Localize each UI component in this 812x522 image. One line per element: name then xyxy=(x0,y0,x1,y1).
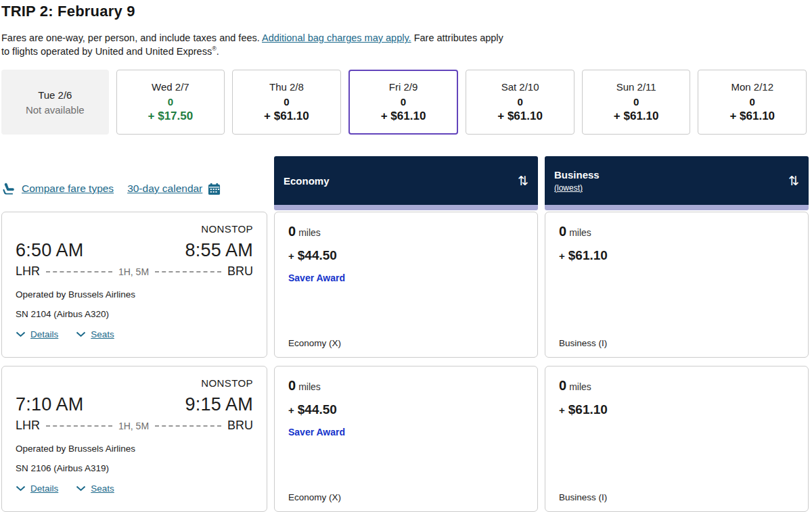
flight-info-card: NONSTOP 7:10 AM 9:15 AM LHR 1H, 5M BRU O… xyxy=(1,366,267,512)
date-tab-mon[interactable]: Mon 2/12 0 + $61.10 xyxy=(698,70,807,135)
fare-disclaimer-period: . xyxy=(217,46,219,57)
date-tab-miles: 0 xyxy=(284,96,289,108)
route-dash xyxy=(155,425,221,427)
flight-number: SN 2104 (Airbus A320) xyxy=(16,309,253,319)
origin-airport: LHR xyxy=(16,264,40,279)
business-sort-button[interactable]: ⇅ xyxy=(788,174,799,187)
operated-by: Operated by Brussels Airlines xyxy=(16,444,253,454)
date-tab-label: Tue 2/6 xyxy=(38,89,72,101)
date-tab-sat[interactable]: Sat 2/10 0 + $61.10 xyxy=(466,70,574,135)
chevron-down-icon xyxy=(16,485,26,492)
thirty-day-calendar-label: 30-day calendar xyxy=(127,183,202,195)
details-link[interactable]: Details xyxy=(16,483,58,494)
price-line: +$61.10 xyxy=(559,248,794,263)
business-column-title: Business xyxy=(554,169,600,181)
business-fare-cell[interactable]: 0miles +$61.10 Business (I) xyxy=(545,366,809,512)
economy-fare-cell[interactable]: 0miles +$44.50 Saver Award Economy (X) xyxy=(274,212,538,358)
miles-word: miles xyxy=(569,227,591,238)
stops-label: NONSTOP xyxy=(16,377,253,389)
price-value: $61.10 xyxy=(568,402,608,417)
arrival-time: 8:55 AM xyxy=(185,240,253,261)
flight-number: SN 2106 (Airbus A319) xyxy=(16,463,253,473)
miles-line: 0miles xyxy=(288,378,524,394)
date-tab-thu[interactable]: Thu 2/8 0 + $61.10 xyxy=(232,70,341,135)
seats-link-label: Seats xyxy=(91,483,114,494)
miles-value: 0 xyxy=(559,224,566,239)
date-tab-miles: 0 xyxy=(633,96,639,108)
saver-award-badge: Saver Award xyxy=(288,272,524,283)
plus-sign: + xyxy=(288,250,294,262)
fare-disclaimer: Fares are one-way, per person, and inclu… xyxy=(1,31,508,58)
seats-link[interactable]: Seats xyxy=(76,329,114,339)
operated-by: Operated by Brussels Airlines xyxy=(16,289,253,300)
miles-value: 0 xyxy=(288,378,296,393)
chevron-down-icon xyxy=(76,485,86,492)
date-tab-price: + $61.10 xyxy=(264,110,309,123)
thirty-day-calendar-link[interactable]: 30-day calendar xyxy=(127,183,221,195)
departure-time: 7:10 AM xyxy=(16,394,83,415)
origin-airport: LHR xyxy=(16,419,40,433)
flight-card-links: Details Seats xyxy=(16,483,253,494)
economy-fare-cell[interactable]: 0miles +$44.50 Saver Award Economy (X) xyxy=(274,366,538,512)
price-value: $44.50 xyxy=(298,402,337,417)
business-lowest-label[interactable]: (lowest) xyxy=(554,183,600,193)
miles-line: 0miles xyxy=(288,224,524,239)
economy-column-title: Economy xyxy=(284,175,330,187)
date-tab-wed[interactable]: Wed 2/7 0 + $17.50 xyxy=(116,70,225,135)
date-tab-sun[interactable]: Sun 2/11 0 + $61.10 xyxy=(582,70,691,135)
date-tab-label: Fri 2/9 xyxy=(389,81,418,93)
flight-times: 7:10 AM 9:15 AM xyxy=(16,394,253,415)
flight-duration: 1H, 5M xyxy=(118,266,149,277)
date-tab-fri-selected[interactable]: Fri 2/9 0 + $61.10 xyxy=(348,70,459,135)
date-tab-price: + $61.10 xyxy=(497,110,543,123)
sort-arrows-icon: ⇅ xyxy=(518,173,528,188)
date-tab-label: Thu 2/8 xyxy=(269,81,304,93)
flight-info-card: NONSTOP 6:50 AM 8:55 AM LHR 1H, 5M BRU O… xyxy=(1,212,267,358)
flight-duration: 1H, 5M xyxy=(118,421,149,431)
route-line: LHR 1H, 5M BRU xyxy=(16,264,253,279)
details-link[interactable]: Details xyxy=(16,329,58,339)
departure-time: 6:50 AM xyxy=(16,240,83,261)
price-value: $44.50 xyxy=(298,248,337,262)
plus-sign: + xyxy=(559,250,565,262)
route-dash xyxy=(46,271,112,272)
flight-card-links: Details Seats xyxy=(16,329,253,339)
compare-fare-types-label: Compare fare types xyxy=(22,183,114,195)
economy-sort-button[interactable]: ⇅ xyxy=(518,174,528,187)
price-value: $61.10 xyxy=(568,248,608,262)
page-title: TRIP 2: February 9 xyxy=(1,3,807,20)
destination-airport: BRU xyxy=(227,419,253,433)
date-tab-price: + $17.50 xyxy=(148,110,194,123)
bag-charges-link[interactable]: Additional bag charges may apply. xyxy=(262,32,411,43)
chevron-down-icon xyxy=(76,331,86,337)
registered-mark: ® xyxy=(212,45,217,52)
economy-column-header[interactable]: Economy ⇅ xyxy=(274,156,538,210)
business-column-header[interactable]: Business (lowest) ⇅ xyxy=(545,156,809,210)
plus-sign: + xyxy=(559,404,565,416)
price-line: +$61.10 xyxy=(559,402,794,417)
price-line: +$44.50 xyxy=(288,402,524,417)
miles-word: miles xyxy=(298,381,321,392)
business-fare-cell[interactable]: 0miles +$61.10 Business (I) xyxy=(545,212,809,358)
plus-sign: + xyxy=(288,404,294,416)
arrival-time: 9:15 AM xyxy=(185,394,253,415)
date-tab-label: Sat 2/10 xyxy=(501,81,539,93)
seats-link[interactable]: Seats xyxy=(76,483,114,494)
compare-fare-types-link[interactable]: Compare fare types xyxy=(3,183,114,195)
route-dash xyxy=(155,271,221,272)
chevron-down-icon xyxy=(16,331,26,337)
date-tab-status: Not available xyxy=(26,104,85,116)
date-tab-price: + $61.10 xyxy=(381,110,426,123)
date-tab-miles: 0 xyxy=(750,96,755,108)
fare-class-label: Economy (X) xyxy=(288,492,524,502)
results-header-row: Compare fare types 30-day calendar xyxy=(1,156,807,210)
trip-results-page: TRIP 2: February 9 Fares are one-way, pe… xyxy=(0,0,812,517)
price-line: +$44.50 xyxy=(288,248,524,263)
miles-line: 0miles xyxy=(559,378,794,394)
route-dash xyxy=(46,425,112,427)
fare-class-label: Business (I) xyxy=(559,338,794,348)
flight-row: NONSTOP 7:10 AM 9:15 AM LHR 1H, 5M BRU O… xyxy=(1,366,807,512)
miles-word: miles xyxy=(298,227,321,238)
date-tab-price: + $61.10 xyxy=(729,110,775,123)
stops-label: NONSTOP xyxy=(16,223,253,235)
